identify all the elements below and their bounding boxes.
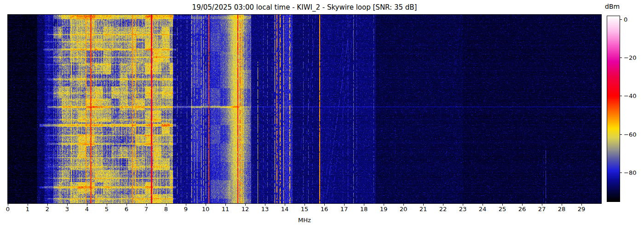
x-tick-label: 19 [380,206,388,213]
x-tick-label: 28 [558,206,566,213]
x-tick-label: 6 [125,206,128,213]
x-tick-label: 26 [518,206,526,213]
colorbar-tick-mark [620,172,622,173]
x-tick-label: 8 [164,206,168,213]
x-tick-label: 21 [420,206,427,213]
waterfall-heatmap-canvas [8,15,601,203]
x-tick-label: 22 [439,206,447,213]
x-tick-label: 3 [65,206,69,213]
colorbar-tick-mark [620,134,622,135]
colorbar-tick-label: −80 [624,169,636,176]
x-tick-label: 18 [360,206,368,213]
colorbar-tick-mark [620,19,622,20]
colorbar-tick-mark [620,58,622,58]
x-tick-label: 10 [202,206,210,213]
plot-area [7,14,602,204]
x-tick-label: 2 [46,206,49,213]
colorbar-tick-label: −40 [624,92,636,99]
colorbar-tick-label: −20 [624,54,636,61]
colorbar-gradient-canvas [607,16,620,201]
x-tick-label: 14 [281,206,289,213]
colorbar-tick-label: −60 [624,131,636,138]
x-tick-label: 29 [578,206,586,213]
x-tick-label: 17 [340,206,348,213]
x-tick-label: 20 [400,206,408,213]
x-axis-label: MHz [8,217,601,224]
x-tick-label: 13 [261,206,269,213]
x-tick-label: 16 [321,206,328,213]
chart-title: 19/05/2025 03:00 local time - KIWI_2 - S… [8,3,601,12]
x-tick-label: 12 [242,206,249,213]
colorbar-tick-label: 0 [624,16,627,23]
colorbar-unit-label: dBm [605,3,620,10]
x-tick-label: 9 [184,206,188,213]
x-tick-label: 0 [6,206,10,213]
x-tick-label: 1 [26,206,29,213]
x-tick-label: 23 [459,206,467,213]
x-tick-label: 7 [144,206,148,213]
x-tick-label: 25 [499,206,506,213]
x-tick-label: 4 [85,206,89,213]
x-tick-label: 5 [105,206,109,213]
colorbar-tick-mark [620,96,622,96]
x-tick-label: 15 [301,206,309,213]
x-tick-label: 24 [479,206,487,213]
colorbar [607,16,620,202]
x-tick-label: 27 [538,206,546,213]
spectrogram-figure: 19/05/2025 03:00 local time - KIWI_2 - S… [0,0,644,230]
x-tick-label: 11 [222,206,230,213]
